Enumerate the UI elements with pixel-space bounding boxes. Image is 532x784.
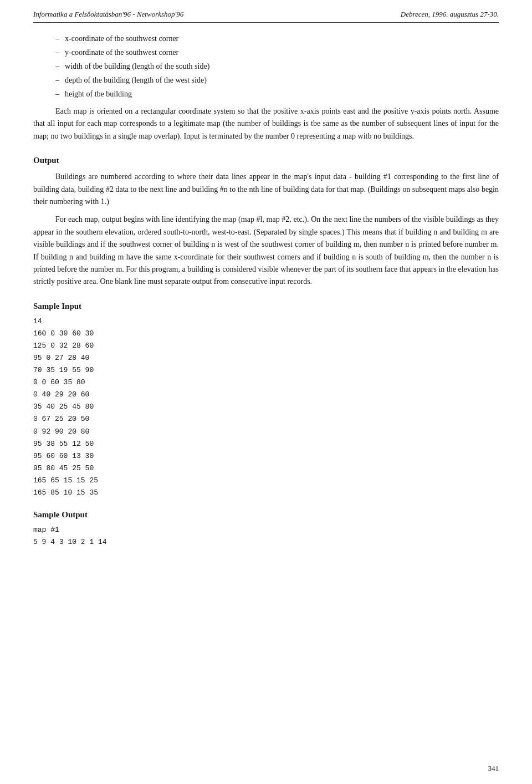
sample-input-line: 0 67 25 20 50 [33,413,499,425]
bullet-text: height of tbe building [65,88,132,100]
sample-input-line: 35 40 25 45 80 [33,401,499,413]
sample-input-line: 165 65 15 15 25 [33,475,499,487]
sample-input-block: 14 160 0 30 60 30 125 0 32 28 60 95 0 27… [33,315,499,499]
bullet-text: width of tbe building (length of the sou… [65,60,209,72]
list-item: – y-coordinate of the southwest corner [55,47,499,58]
sample-input-title: Sample Input [33,302,499,311]
header-left: Informatika a Felsőoktatásban'96 - Netwo… [33,10,183,19]
output-section-title: Output [33,156,499,165]
sample-input-line: 70 35 19 55 90 [33,364,499,376]
list-item: – height of tbe building [55,88,499,100]
sample-output-title: Sample Output [33,510,499,520]
page-header: Informatika a Felsőoktatásban'96 - Netwo… [33,10,499,23]
bullet-list: – x-coordinate of tbe southwest corner –… [55,33,499,100]
bullet-dash: – [55,60,59,72]
list-item: – depth of the building (length of the w… [55,74,499,86]
output-para1: Buildings are numbered according to wher… [33,171,499,208]
bullet-dash: – [55,33,59,44]
bullet-dash: – [55,88,59,100]
page-number: 341 [488,764,499,773]
sample-input-line: 95 0 27 28 40 [33,352,499,364]
sample-input-line: 0 40 29 20 60 [33,389,499,401]
bullet-text: x-coordinate of tbe southwest corner [65,33,178,44]
sample-input-line: 160 0 30 60 30 [33,328,499,340]
bullet-text: y-coordinate of the southwest corner [65,47,178,58]
header-right: Debrecen, 1996. augusztus 27-30. [401,10,499,19]
sample-output-line: 5 9 4 3 10 2 1 14 [33,536,499,548]
sample-input-line: 14 [33,315,499,328]
sample-output-line: map #1 [33,524,499,536]
sample-input-line: 165 85 10 15 35 [33,487,499,499]
intro-paragraph: Each map is oriented on a rectangular co… [33,105,499,142]
bullet-text: depth of the building (length of the wes… [65,74,207,86]
sample-input-line: 0 0 60 35 80 [33,376,499,389]
list-item: – x-coordinate of tbe southwest corner [55,33,499,44]
sample-input-line: 95 60 60 13 30 [33,450,499,462]
sample-input-line: 95 80 45 25 50 [33,462,499,475]
page: Informatika a Felsőoktatásban'96 - Netwo… [0,0,532,784]
bullet-dash: – [55,47,59,58]
sample-input-line: 95 38 55 12 50 [33,438,499,450]
bullet-dash: – [55,74,59,86]
output-para2: For each map, output begins with line id… [33,213,499,288]
sample-input-line: 0 92 90 20 80 [33,426,499,438]
list-item: – width of tbe building (length of the s… [55,60,499,72]
sample-input-line: 125 0 32 28 60 [33,340,499,352]
sample-output-block: map #1 5 9 4 3 10 2 1 14 [33,524,499,548]
